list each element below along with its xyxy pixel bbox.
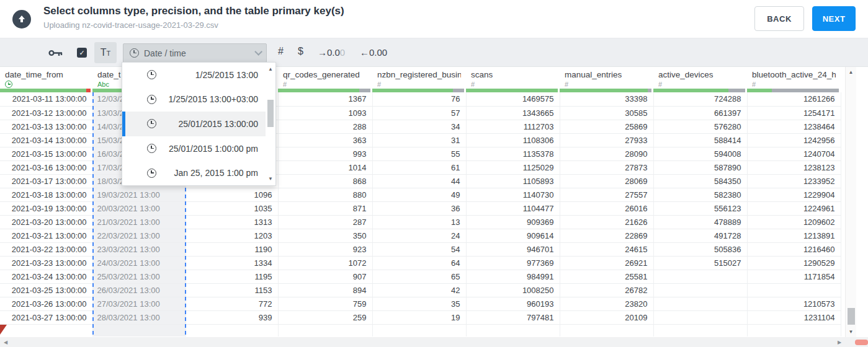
table-cell[interactable]: 2021-03-24 13:00:00 [0, 270, 92, 283]
column-header[interactable]: date_time_from [0, 67, 92, 89]
format-option[interactable]: Jan 25, 2015 1:00 pm [122, 160, 267, 185]
table-cell[interactable]: 1140730 [466, 188, 560, 201]
scroll-up-icon[interactable]: ▲ [266, 66, 275, 72]
table-cell[interactable]: 1224961 [747, 201, 841, 215]
table-cell[interactable] [278, 324, 372, 336]
scroll-down-icon[interactable]: ▼ [846, 329, 856, 335]
table-cell[interactable]: 587890 [653, 160, 747, 174]
table-cell[interactable]: 25581 [560, 270, 653, 283]
table-cell[interactable]: 65 [372, 270, 466, 283]
table-cell[interactable]: 42 [372, 283, 466, 297]
table-cell[interactable]: 1213891 [747, 229, 841, 242]
table-cell[interactable]: 515027 [653, 256, 747, 270]
table-cell[interactable]: 1254171 [747, 106, 841, 120]
table-cell[interactable]: 1108306 [466, 133, 560, 147]
table-cell[interactable]: 1469575 [466, 92, 560, 106]
table-cell[interactable]: 55 [372, 147, 466, 160]
table-cell[interactable]: 960193 [466, 297, 560, 310]
table-cell[interactable]: 2021-03-16 13:00:00 [0, 160, 92, 174]
table-cell[interactable]: 24615 [560, 242, 653, 256]
table-cell[interactable]: 1171854 [747, 270, 841, 283]
table-cell[interactable]: 1093 [278, 106, 372, 120]
table-cell[interactable]: 44 [372, 174, 466, 188]
table-cell[interactable]: 1210573 [747, 297, 841, 310]
table-cell[interactable]: 1153 [186, 283, 278, 297]
column-header[interactable]: scans# [466, 67, 560, 89]
table-cell[interactable] [186, 324, 278, 336]
scroll-up-icon[interactable]: ▲ [846, 69, 856, 75]
format-option[interactable]: 1/25/2015 13:00 [122, 63, 267, 87]
table-cell[interactable] [372, 324, 466, 336]
table-cell[interactable]: 1229904 [747, 188, 841, 201]
table-cell[interactable]: 1290529 [747, 256, 841, 270]
table-cell[interactable]: 27557 [560, 188, 653, 201]
table-cell[interactable]: 1008250 [466, 283, 560, 297]
table-cell[interactable]: 61 [372, 160, 466, 174]
table-cell[interactable]: 977369 [466, 256, 560, 270]
table-cell[interactable]: 21626 [560, 215, 653, 229]
format-option[interactable]: 25/01/2015 1:00:00 pm [122, 136, 267, 161]
table-cell[interactable]: 491728 [653, 229, 747, 242]
table-cell[interactable]: 259 [278, 310, 372, 324]
table-cell[interactable] [653, 270, 747, 283]
table-cell[interactable]: 1313 [186, 215, 278, 229]
back-button[interactable]: BACK [754, 6, 804, 31]
table-cell[interactable]: 25869 [560, 120, 653, 133]
table-cell[interactable]: 797481 [466, 310, 560, 324]
table-cell[interactable]: 1072 [278, 256, 372, 270]
table-cell[interactable]: 57 [372, 106, 466, 120]
table-cell[interactable] [653, 324, 747, 336]
table-cell[interactable]: 939 [186, 310, 278, 324]
table-cell[interactable]: 36 [372, 201, 466, 215]
table-cell[interactable]: 33398 [560, 92, 653, 106]
table-cell[interactable]: 13 [372, 215, 466, 229]
table-cell[interactable]: 35 [372, 297, 466, 310]
table-cell[interactable]: 21/03/2021 13:00 [92, 215, 186, 229]
next-button[interactable]: NEXT [812, 6, 856, 31]
column-header[interactable]: qr_codes_generated# [278, 67, 372, 89]
table-cell[interactable]: 993 [278, 147, 372, 160]
table-cell[interactable]: 909369 [466, 215, 560, 229]
scroll-right-icon[interactable]: ▶ [838, 340, 841, 345]
table-cell[interactable]: 2021-03-23 13:00:00 [0, 256, 92, 270]
table-cell[interactable]: 27933 [560, 133, 653, 147]
table-cell[interactable]: 907 [278, 270, 372, 283]
table-cell[interactable]: 20109 [560, 310, 653, 324]
table-cell[interactable]: 1209602 [747, 215, 841, 229]
table-cell[interactable]: 22869 [560, 229, 653, 242]
table-cell[interactable]: 19 [372, 310, 466, 324]
table-cell[interactable]: 1240704 [747, 147, 841, 160]
table-cell[interactable]: 23820 [560, 297, 653, 310]
decrease-decimal-button[interactable]: →0.00 [318, 47, 345, 58]
table-cell[interactable]: 880 [278, 188, 372, 201]
increase-decimal-button[interactable]: ←0.00 [360, 47, 387, 58]
table-cell[interactable]: 2021-03-22 13:00:00 [0, 242, 92, 256]
table-cell[interactable]: 49 [372, 188, 466, 201]
table-cell[interactable]: 1096 [186, 188, 278, 201]
table-cell[interactable]: 2021-03-17 13:00:00 [0, 174, 92, 188]
horizontal-scrollbar[interactable]: ◀ ▶ [0, 337, 868, 347]
table-cell[interactable]: 946701 [466, 242, 560, 256]
format-option[interactable]: 25/01/2015 13:00:00 [122, 112, 267, 136]
table-cell[interactable] [653, 297, 747, 310]
table-cell[interactable]: 34 [372, 120, 466, 133]
table-cell[interactable]: 1190 [186, 242, 278, 256]
format-option[interactable]: 1/25/2015 13:00+03:00 [122, 87, 267, 112]
currency-type-button[interactable]: $ [298, 46, 303, 57]
table-cell[interactable]: 556123 [653, 201, 747, 215]
table-cell[interactable]: 1035 [186, 201, 278, 215]
table-cell[interactable]: 2021-03-27 13:00:00 [0, 310, 92, 324]
table-cell[interactable]: 1261266 [747, 92, 841, 106]
table-cell[interactable]: 288 [278, 120, 372, 133]
table-cell[interactable]: 1238464 [747, 120, 841, 133]
column-header[interactable]: active_devices# [653, 67, 747, 89]
table-cell[interactable]: 576280 [653, 120, 747, 133]
table-cell[interactable]: 2021-03-12 13:00:00 [0, 106, 92, 120]
table-cell[interactable] [747, 283, 841, 297]
table-cell[interactable]: 661397 [653, 106, 747, 120]
scroll-down-icon[interactable]: ▼ [266, 176, 275, 182]
table-cell[interactable]: 2021-03-13 13:00:00 [0, 120, 92, 133]
table-cell[interactable]: 363 [278, 133, 372, 147]
table-cell[interactable]: 27873 [560, 160, 653, 174]
scroll-left-icon[interactable]: ◀ [4, 340, 7, 345]
